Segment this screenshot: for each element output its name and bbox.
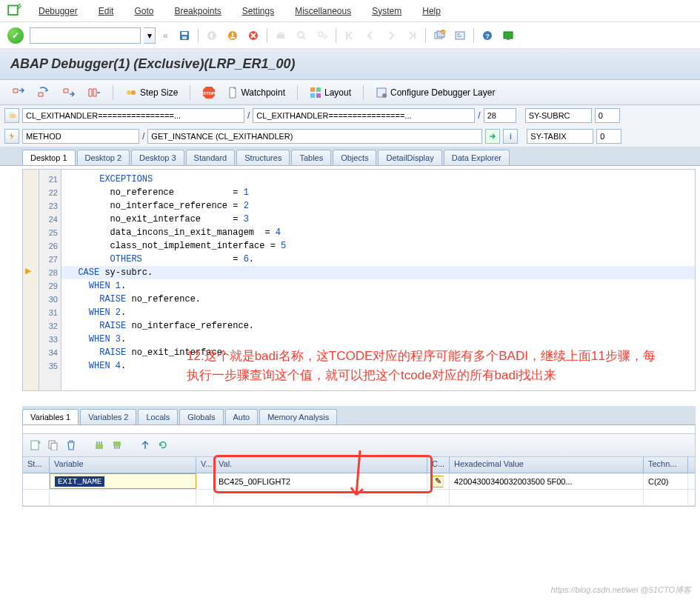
tab-variables-2[interactable]: Variables 2 [80, 409, 136, 424]
step-out-button[interactable] [58, 85, 80, 100]
info-icon[interactable]: i [503, 129, 518, 144]
class-field-1[interactable] [22, 108, 244, 123]
main-toolbar: ✓ ▾ « + ? [0, 22, 700, 49]
layout-button[interactable]: Layout [305, 85, 356, 100]
sy-tabix-label [527, 129, 593, 144]
variable-row[interactable]: EXIT_NAME BC425_00FLIGHT2 ✎ 420043003400… [23, 473, 695, 490]
step-over-button[interactable] [33, 85, 55, 100]
sy-subrc-value [595, 108, 620, 123]
find-icon [293, 27, 310, 44]
save-icon[interactable] [176, 27, 193, 44]
tab-memory[interactable]: Memory Analysis [259, 409, 337, 424]
tab-globals[interactable]: Globals [179, 409, 223, 424]
stop-button[interactable]: STOP [198, 84, 220, 101]
menu-settings[interactable]: Settings [242, 6, 274, 16]
cancel-icon[interactable] [245, 27, 261, 44]
tab-desktop-2[interactable]: Desktop 2 [77, 150, 130, 165]
tool-icon-1[interactable] [93, 439, 106, 452]
copy-var-icon[interactable] [47, 439, 60, 452]
menu-miscellaneous[interactable]: Miscellaneous [295, 6, 351, 16]
tab-data-explorer[interactable]: Data Explorer [444, 150, 510, 165]
tab-structures[interactable]: Structures [236, 150, 290, 165]
tab-auto[interactable]: Auto [225, 409, 259, 424]
marker-gutter: ▶ [23, 170, 39, 390]
help-icon[interactable]: ? [479, 27, 496, 44]
title-bar: ABAP Debugger(1) (Exclusive)(LRP_ER1_00) [0, 49, 700, 80]
expand-icon[interactable] [139, 439, 152, 452]
tab-desktop-1[interactable]: Desktop 1 [22, 150, 76, 165]
delete-var-icon[interactable] [64, 439, 78, 452]
tab-detail[interactable]: DetailDisplay [378, 150, 441, 165]
find-next-icon [314, 27, 330, 44]
exit-icon[interactable] [224, 27, 241, 44]
menu-icon[interactable] [7, 5, 22, 17]
hdr-c[interactable]: C... [427, 457, 450, 473]
variable-hex: 42004300340032003500 5F00... [450, 473, 644, 489]
continue-button[interactable] [83, 85, 105, 100]
watchpoint-button[interactable]: Watchpoint [223, 85, 290, 100]
menu-breakpoints[interactable]: Breakpoints [174, 6, 221, 16]
event-icon[interactable] [4, 129, 19, 144]
tab-desktop-3[interactable]: Desktop 3 [131, 150, 184, 165]
new-var-icon[interactable]: + [29, 439, 42, 452]
menu-edit[interactable]: Edit [99, 6, 114, 16]
svg-text:?: ? [485, 33, 490, 40]
edit-pencil-icon[interactable]: ✎ [432, 476, 444, 487]
goto-source-icon[interactable] [485, 129, 500, 144]
svg-rect-18 [504, 32, 513, 39]
ok-check-icon[interactable]: ✓ [7, 27, 24, 44]
svg-text:+: + [441, 30, 444, 34]
svg-rect-37 [113, 442, 121, 446]
hdr-status[interactable]: St... [23, 457, 50, 473]
line-gutter: 212223242526272829303132333435 [39, 170, 61, 390]
class-field-2[interactable] [253, 108, 475, 123]
hdr-variable[interactable]: Variable [50, 457, 196, 473]
hdr-hex[interactable]: Hexadecimal Value [450, 457, 644, 473]
watchpoint-label: Watchpoint [241, 87, 285, 98]
refresh-icon[interactable] [156, 439, 170, 452]
method-value-field[interactable] [147, 129, 482, 144]
new-session-icon[interactable]: + [431, 27, 447, 44]
hdr-tech[interactable]: Techn... [644, 457, 688, 473]
variable-header: St... Variable V... Val. C... Hexadecima… [23, 457, 695, 473]
step-into-button[interactable] [7, 85, 30, 100]
tab-objects[interactable]: Objects [333, 150, 376, 165]
svg-rect-2 [181, 32, 187, 35]
tab-locals[interactable]: Locals [138, 409, 178, 424]
class-row-2: / i [0, 126, 700, 147]
menu-system[interactable]: System [372, 6, 401, 16]
print-icon [273, 27, 289, 44]
svg-rect-19 [507, 39, 510, 40]
svg-point-4 [207, 31, 216, 40]
menu-help[interactable]: Help [422, 6, 441, 16]
code-area: ▶ 212223242526272829303132333435 EXCEPTI… [22, 169, 696, 391]
hdr-v[interactable]: V... [196, 457, 214, 473]
step-size-label: Step Size [140, 87, 178, 98]
menu-goto[interactable]: Goto [134, 6, 153, 16]
code-lines[interactable]: EXCEPTIONS no_reference = 1 no_interface… [61, 170, 695, 390]
tcode-input[interactable] [30, 27, 141, 44]
tab-standard[interactable]: Standard [186, 150, 236, 165]
nav-stack-icon[interactable] [4, 108, 19, 123]
tcode-dropdown[interactable]: ▾ [144, 27, 156, 44]
tab-variables-1[interactable]: Variables 1 [22, 409, 79, 424]
tool-icon-2[interactable] [110, 439, 124, 452]
variable-tabs: Variables 1 Variables 2 Locals Globals A… [22, 406, 696, 425]
menu-debugger[interactable]: Debugger [39, 6, 78, 16]
svg-rect-8 [279, 32, 283, 34]
configure-layer-button[interactable]: Configure Debugger Layer [371, 85, 499, 100]
empty-row[interactable] [23, 490, 695, 506]
variable-toolbar: + [22, 434, 696, 457]
layout-label: Layout [324, 87, 351, 98]
line-field[interactable] [484, 108, 516, 123]
svg-rect-31 [10, 114, 16, 118]
step-size-button[interactable]: Step Size [121, 85, 182, 100]
hdr-val[interactable]: Val. [214, 457, 427, 473]
svg-rect-25 [316, 87, 321, 92]
desktop-tabs: Desktop 1 Desktop 2 Desktop 3 Standard S… [0, 147, 700, 166]
method-label-field [22, 129, 139, 144]
shortcut-icon[interactable] [452, 27, 468, 44]
gui-options-icon[interactable] [500, 27, 516, 44]
class-row-1: / / [0, 105, 700, 126]
tab-tables[interactable]: Tables [291, 150, 331, 165]
